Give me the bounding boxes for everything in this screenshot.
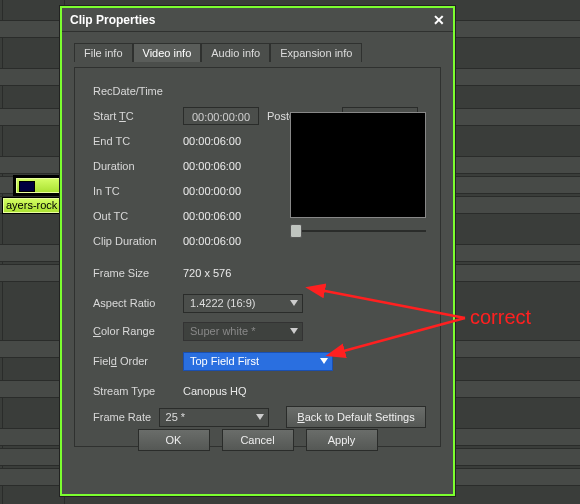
out-tc-label: Out TC	[93, 210, 183, 222]
chevron-down-icon	[290, 328, 298, 334]
field-order-label: Field Order	[93, 355, 183, 367]
titlebar[interactable]: Clip Properties ✕	[62, 8, 453, 32]
clip-thumb-icon	[19, 181, 35, 192]
frame-size-value: 720 x 576	[183, 267, 231, 279]
frame-rate-label: Frame Rate	[93, 411, 159, 423]
in-tc-value: 00:00:00:00	[183, 185, 241, 197]
aspect-ratio-dropdown[interactable]: 1.4222 (16:9)	[183, 294, 303, 313]
field-order-dropdown[interactable]: Top Field First	[183, 352, 333, 371]
frame-size-label: Frame Size	[93, 267, 183, 279]
apply-button[interactable]: Apply	[306, 429, 378, 451]
color-range-label: Color Range	[93, 325, 183, 337]
chevron-down-icon	[256, 414, 264, 420]
cancel-button[interactable]: Cancel	[222, 429, 294, 451]
aspect-ratio-label: Aspect Ratio	[93, 297, 183, 309]
stream-type-value: Canopus HQ	[183, 385, 247, 397]
back-to-defaults-button[interactable]: Back to Default Settings	[286, 406, 426, 428]
in-tc-label: In TC	[93, 185, 183, 197]
start-tc-field[interactable]: 00:00:00:00	[183, 107, 259, 125]
tab-panel-video-info: RecDate/Time Start TC 00:00:00:00 Poster…	[74, 67, 441, 447]
stream-type-label: Stream Type	[93, 385, 183, 397]
dialog-title: Clip Properties	[70, 13, 155, 27]
tab-row: File info Video info Audio info Expansio…	[74, 42, 441, 61]
tab-expansion-info[interactable]: Expansion info	[270, 43, 362, 62]
tab-file-info[interactable]: File info	[74, 43, 133, 62]
end-tc-value: 00:00:06:00	[183, 135, 241, 147]
chevron-down-icon	[290, 300, 298, 306]
dialog-button-row: OK Cancel Apply	[62, 429, 453, 451]
clip-properties-dialog: Clip Properties ✕ File info Video info A…	[60, 6, 455, 496]
timeline-clip[interactable]: ayers-rock	[2, 197, 67, 214]
out-tc-value: 00:00:06:00	[183, 210, 241, 222]
close-icon[interactable]: ✕	[433, 12, 445, 28]
frame-rate-dropdown[interactable]: 25 *	[159, 408, 269, 427]
ok-button[interactable]: OK	[138, 429, 210, 451]
slider-thumb-icon[interactable]	[290, 224, 302, 238]
preview-thumbnail	[290, 112, 426, 218]
tab-audio-info[interactable]: Audio info	[201, 43, 270, 62]
timeline-clip[interactable]: ayers-	[15, 177, 63, 194]
color-range-dropdown: Super white *	[183, 322, 303, 341]
duration-label: Duration	[93, 160, 183, 172]
clip-duration-label: Clip Duration	[93, 235, 183, 247]
recdate-label: RecDate/Time	[93, 85, 183, 97]
preview-slider[interactable]	[290, 224, 426, 238]
end-tc-label: End TC	[93, 135, 183, 147]
start-tc-label: Start TC	[93, 110, 183, 122]
clip-label: ayers-rock	[6, 199, 57, 211]
duration-value: 00:00:06:00	[183, 160, 241, 172]
clip-duration-value: 00:00:06:00	[183, 235, 241, 247]
tab-video-info[interactable]: Video info	[133, 43, 202, 62]
chevron-down-icon	[320, 358, 328, 364]
clip-label: ayers-	[19, 192, 50, 194]
